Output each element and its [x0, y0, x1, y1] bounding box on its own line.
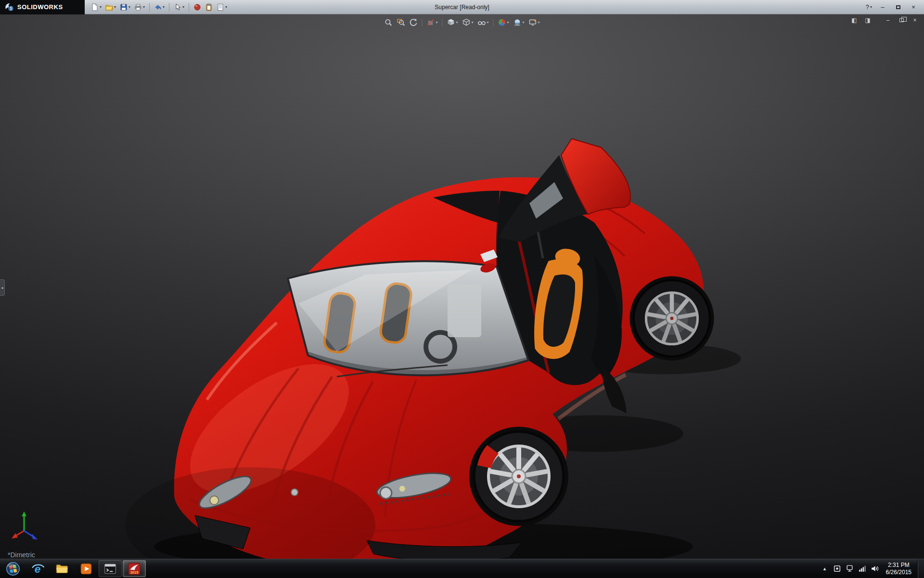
svg-text:2015: 2015: [130, 570, 139, 575]
chevron-down-icon[interactable]: ▾: [225, 5, 227, 9]
chevron-down-icon[interactable]: ▾: [523, 21, 525, 25]
chevron-down-icon[interactable]: ▾: [471, 21, 473, 25]
options-button[interactable]: ▾: [215, 1, 229, 13]
open-folder-icon: [105, 3, 113, 11]
hood-badge: [291, 489, 298, 496]
options-sheet-icon: [217, 3, 224, 11]
pane-right-icon: ◨: [865, 17, 870, 24]
windshield[interactable]: [288, 261, 528, 377]
tray-device-icon[interactable]: [846, 565, 854, 573]
help-button[interactable]: ? ▾: [864, 3, 874, 11]
toolbar-separator: [493, 19, 494, 26]
undo-button[interactable]: ▾: [153, 1, 166, 13]
restore-icon: [899, 18, 904, 22]
dock-right-button[interactable]: ◨: [862, 16, 873, 25]
taskbar-item-internet-explorer[interactable]: e: [26, 560, 50, 577]
edit-appearance-button[interactable]: ▾: [497, 17, 511, 27]
front-wheel[interactable]: [469, 427, 568, 526]
network-icon[interactable]: [858, 565, 866, 573]
hide-show-items-button[interactable]: ▾: [476, 17, 490, 27]
maximize-icon: [896, 5, 900, 9]
folder-icon: [55, 562, 69, 576]
supercar-model[interactable]: [125, 139, 714, 559]
appearance-button[interactable]: [192, 1, 203, 13]
3d-scene[interactable]: [0, 14, 924, 559]
tray-app-icon[interactable]: [833, 565, 841, 573]
taskbar-item-command-prompt[interactable]: [99, 560, 122, 577]
system-tray: ▴ 2:31 PM 6/26/2015: [818, 559, 917, 578]
select-cursor-icon: [174, 3, 181, 11]
speaker-icon[interactable]: [871, 565, 879, 573]
solidworks-2015-icon: 2015: [128, 562, 141, 576]
start-button[interactable]: [0, 559, 26, 578]
clipboard-icon: [205, 3, 213, 11]
minimize-button[interactable]: –: [876, 2, 889, 12]
print-button[interactable]: ▾: [133, 1, 146, 13]
maximize-button[interactable]: [891, 2, 905, 12]
chevron-down-icon[interactable]: ▾: [507, 21, 509, 25]
brand-name: SOLIDWORKS: [17, 3, 63, 11]
display-style-icon: [462, 18, 470, 26]
section-view-icon: [426, 18, 435, 26]
axis-x-red: [12, 533, 18, 539]
window-controls: ? ▾ – ×: [864, 2, 924, 12]
close-icon: ×: [913, 17, 916, 24]
taskbar-spacer: [146, 559, 818, 578]
chevron-down-icon[interactable]: ▾: [436, 21, 437, 25]
new-document-button[interactable]: ▾: [90, 1, 103, 13]
reference-triad: [12, 512, 38, 539]
open-button[interactable]: ▾: [104, 1, 117, 13]
doc-minimize-button[interactable]: –: [883, 16, 893, 25]
chevron-down-icon[interactable]: ▾: [538, 21, 540, 25]
save-button[interactable]: ▾: [118, 1, 132, 13]
close-button[interactable]: ×: [907, 2, 920, 12]
pane-left-icon: ◧: [851, 17, 857, 24]
show-hidden-icons-button[interactable]: ▴: [821, 565, 829, 572]
close-icon: ×: [911, 3, 915, 11]
chevron-down-icon[interactable]: ▾: [100, 5, 102, 9]
chevron-down-icon[interactable]: ▾: [143, 5, 145, 9]
toolbar-separator: [169, 3, 169, 12]
help-icon: ?: [866, 3, 869, 11]
toolbar-separator: [149, 3, 150, 12]
display-style-button[interactable]: ▾: [461, 17, 475, 27]
heads-up-view-toolbar: ▾ ▾ ▾ ▾: [380, 16, 544, 28]
chevron-down-icon[interactable]: ▾: [456, 21, 458, 25]
zoom-to-fit-button[interactable]: [383, 17, 394, 27]
chevron-down-icon: ▾: [870, 5, 872, 9]
toolbar-separator: [442, 19, 442, 26]
undo-arrow-icon: [154, 3, 162, 11]
solidworks-logo: SOLIDWORKS: [0, 0, 85, 14]
chevron-down-icon[interactable]: ▾: [114, 5, 116, 9]
taskbar-item-solidworks[interactable]: 2015: [123, 560, 146, 577]
section-view-button[interactable]: ▾: [425, 17, 439, 27]
chevron-down-icon[interactable]: ▾: [487, 21, 488, 25]
chevron-left-icon: ◂: [1, 286, 3, 290]
select-button[interactable]: ▾: [172, 1, 186, 13]
minimize-icon: –: [881, 3, 884, 11]
doc-close-button[interactable]: ×: [910, 16, 920, 25]
doc-restore-button[interactable]: [896, 16, 907, 25]
clipboard-button[interactable]: [204, 1, 214, 13]
axis-y-green: [22, 512, 26, 516]
zoom-area-icon: [397, 18, 405, 26]
view-orientation-button[interactable]: ▾: [445, 17, 459, 27]
dock-left-button[interactable]: ◧: [849, 16, 860, 25]
show-desktop-button[interactable]: [917, 559, 924, 578]
chevron-down-icon[interactable]: ▾: [182, 5, 184, 9]
chevron-down-icon[interactable]: ▾: [163, 5, 165, 9]
graphics-area[interactable]: ▾ ▾ ▾ ▾: [0, 14, 924, 559]
windows-taskbar: e 2015 ▴: [0, 559, 924, 578]
taskbar-item-media-player[interactable]: [75, 560, 98, 577]
previous-view-button[interactable]: [408, 17, 419, 27]
zoom-to-area-button[interactable]: [395, 17, 406, 27]
taskbar-item-file-explorer[interactable]: [51, 560, 74, 577]
apply-scene-button[interactable]: ▾: [512, 17, 526, 27]
chevron-down-icon[interactable]: ▾: [128, 5, 130, 9]
apply-scene-icon: [513, 18, 522, 26]
taskbar-clock[interactable]: 2:31 PM 6/26/2015: [883, 562, 914, 576]
zoom-fit-icon: [384, 18, 392, 26]
view-orientation-cube-icon: [447, 18, 455, 26]
view-settings-button[interactable]: ▾: [527, 17, 541, 27]
feature-manager-collapsed-tab[interactable]: ◂: [0, 279, 5, 296]
